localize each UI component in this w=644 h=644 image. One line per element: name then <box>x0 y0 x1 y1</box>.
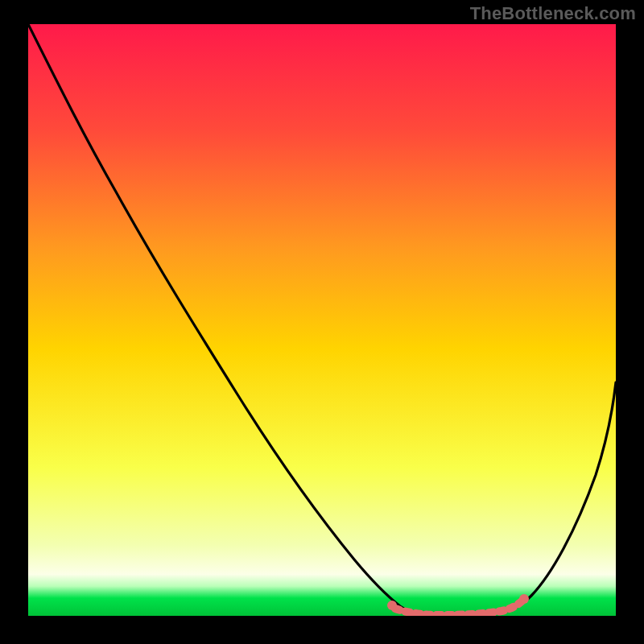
chart-svg <box>28 24 616 616</box>
chart-frame: TheBottleneck.com <box>0 0 644 644</box>
watermark-text: TheBottleneck.com <box>470 3 636 24</box>
accent-dot-left <box>387 601 397 610</box>
gradient-background <box>28 24 616 616</box>
plot-area <box>28 24 616 616</box>
accent-dot-right <box>519 594 529 604</box>
